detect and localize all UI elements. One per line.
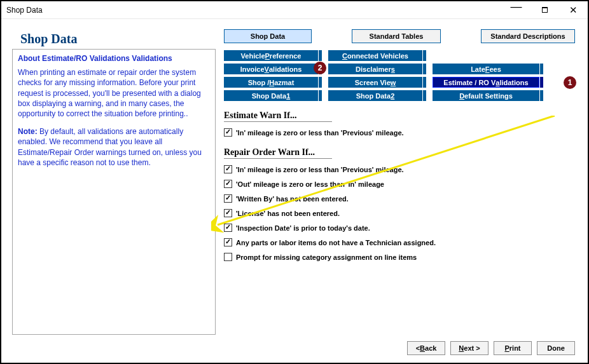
repair-check-label-4: 'Inspection Date' is prior to today's da… (236, 224, 370, 232)
repair-check-checkbox-5[interactable] (224, 238, 232, 246)
about-title: About Estimate/RO Validations Validation… (18, 53, 210, 64)
nav-btn-2-1[interactable]: Disclaimers (328, 64, 422, 74)
repair-check-checkbox-2[interactable] (224, 194, 232, 203)
nav-btn-1-3[interactable]: Shop Data 1 (224, 90, 318, 101)
repair-check-label-2: 'Written By' has not been entered. (236, 195, 349, 203)
nav-side-handle (539, 64, 543, 74)
nav-side-handle (539, 77, 543, 88)
estimate-check-label-0: 'In' mileage is zero or less than 'Previ… (236, 129, 404, 137)
repair-check-label-6: Prompt for missing category assignment o… (236, 253, 417, 261)
about-note-label: Note: (18, 127, 38, 136)
nav-side-handle (539, 90, 543, 101)
section-repair-warn: Repair Order Warn If... (224, 147, 332, 159)
repair-check-label-5: Any parts or labor items do not have a T… (236, 239, 436, 246)
callout-badge-1: 1 (564, 76, 576, 89)
estimate-checks: 'In' mileage is zero or less than 'Previ… (224, 124, 404, 137)
nav-btn-2-3[interactable]: Shop Data 2 (328, 90, 422, 101)
repair-check-label-3: 'License' has not been entered. (236, 210, 340, 217)
nav-btn-1-1[interactable]: Invoice Validations (224, 64, 318, 74)
nav-btn-2-0[interactable]: Connected Vehicles (328, 50, 422, 61)
repair-check-checkbox-6[interactable] (224, 253, 232, 261)
tab-standard-tables[interactable]: Standard Tables (352, 29, 441, 43)
nav-side-handle (422, 50, 426, 61)
repair-check-row-6: Prompt for missing category assignment o… (224, 253, 436, 261)
nav-grid: Vehicle PreferenceInvoice ValidationsSho… (224, 50, 543, 101)
repair-check-checkbox-3[interactable] (224, 209, 232, 217)
nav-btn-3-2[interactable]: Estimate / RO Validations (433, 77, 539, 88)
window-close-button[interactable]: ✕ (559, 1, 588, 19)
nav-side-handle (318, 50, 322, 61)
next-button[interactable]: Next > (450, 341, 489, 355)
repair-checks: 'In' mileage is zero or less than 'Previ… (224, 161, 436, 261)
repair-check-checkbox-1[interactable] (224, 180, 232, 188)
done-button[interactable]: Done (537, 341, 575, 355)
repair-check-row-1: 'Out' mileage is zero or less than 'In' … (224, 180, 436, 188)
repair-check-label-1: 'Out' mileage is zero or less than 'In' … (236, 180, 384, 188)
estimate-check-checkbox-0[interactable] (224, 128, 232, 137)
repair-check-label-0: 'In' mileage is zero or less than 'Previ… (236, 166, 404, 173)
repair-check-row-4: 'Inspection Date' is prior to today's da… (224, 224, 436, 232)
about-body-2: Note: By default, all validations are au… (18, 126, 210, 168)
callout-badge-2: 2 (314, 62, 326, 74)
about-panel: About Estimate/RO Validations Validation… (12, 49, 216, 335)
window-maximize-button[interactable] (530, 1, 559, 19)
nav-btn-2-2[interactable]: Screen View (328, 77, 422, 88)
repair-check-checkbox-4[interactable] (224, 224, 232, 232)
window-minimize-button[interactable]: — (502, 1, 530, 19)
repair-check-row-2: 'Written By' has not been entered. (224, 194, 436, 203)
title-bar: Shop Data — ✕ (1, 1, 588, 19)
nav-btn-3-1[interactable]: Late Fees (433, 64, 539, 74)
repair-check-row-0: 'In' mileage is zero or less than 'Previ… (224, 165, 436, 173)
estimate-check-row-0: 'In' mileage is zero or less than 'Previ… (224, 128, 404, 137)
repair-check-row-3: 'License' has not been entered. (224, 209, 436, 217)
window-title: Shop Data (6, 6, 502, 15)
nav-btn-1-2[interactable]: Shop / Hazmat (224, 77, 318, 88)
section-estimate-warn: Estimate Warn If... (224, 111, 332, 122)
tab-shop-data[interactable]: Shop Data (224, 29, 312, 43)
nav-side-handle (422, 90, 426, 101)
tab-standard-descriptions[interactable]: Standard Descriptions (481, 29, 575, 43)
back-button[interactable]: < Back (407, 341, 445, 355)
nav-btn-1-0[interactable]: Vehicle Preference (224, 50, 318, 61)
print-button[interactable]: Print (494, 341, 532, 355)
nav-side-handle (422, 64, 426, 74)
window-controls: — ✕ (502, 1, 588, 19)
about-note-text: By default, all validations are automati… (18, 127, 202, 167)
top-tab-row: Shop Data Standard Tables Standard Descr… (224, 29, 575, 43)
page-title: Shop Data (20, 32, 77, 46)
nav-side-handle (318, 77, 322, 88)
repair-warn-title: Repair Order Warn If... (224, 147, 332, 159)
nav-side-handle (422, 77, 426, 88)
footer-buttons: < Back Next > Print Done (407, 341, 575, 355)
repair-check-checkbox-0[interactable] (224, 165, 232, 173)
nav-side-handle (318, 90, 322, 101)
nav-btn-3-3[interactable]: Default Settings (433, 90, 539, 101)
estimate-warn-title: Estimate Warn If... (224, 111, 332, 122)
repair-check-row-5: Any parts or labor items do not have a T… (224, 238, 436, 246)
about-body-1: When printing an estimate or repair orde… (18, 67, 210, 119)
